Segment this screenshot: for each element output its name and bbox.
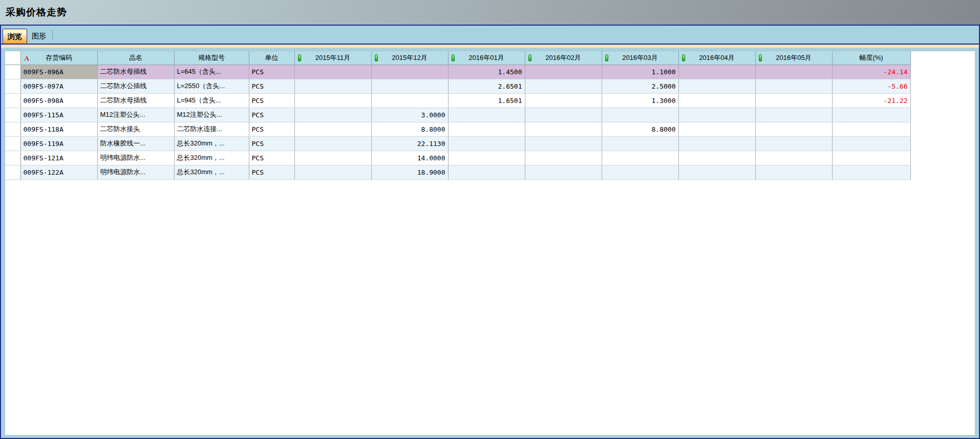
cell-spec[interactable]: M12注塑公头... [174,108,249,122]
cell-spec[interactable]: 二芯防水连接... [174,122,249,136]
cell-code[interactable]: 009FS-119A [20,136,97,151]
cell-name[interactable]: 二芯防水公插线 [97,79,174,93]
cell-spec[interactable]: L=645（含头... [174,65,249,79]
table-row[interactable]: 009FS-096A二芯防水母插线L=645（含头...PCS1.45001.1… [5,65,910,79]
cell-m201604[interactable] [678,108,755,122]
cell-m201605[interactable] [755,108,832,122]
cell-name[interactable]: 二芯防水接头 [97,122,174,136]
cell-m201602[interactable] [525,93,602,108]
cell-unit[interactable]: PCS [249,65,294,79]
cell-m201601[interactable] [448,108,525,122]
cell-m201602[interactable] [525,165,602,179]
table-row[interactable]: 009FS-115AM12注塑公头...M12注塑公头...PCS3.0000 [5,108,910,122]
tab-browse[interactable]: 浏览 [3,29,27,44]
cell-m201604[interactable] [678,136,755,151]
table-row[interactable]: 009FS-122A明纬电源防水...总长320mm，...PCS18.9000 [5,165,910,179]
cell-m201511[interactable] [294,108,371,122]
cell-m201511[interactable] [294,165,371,179]
table-row[interactable]: 009FS-097A二芯防水公插线L=2550（含头...PCS2.65012.… [5,79,910,93]
cell-m201603[interactable] [602,165,678,179]
cell-spec[interactable]: 总长320mm，... [174,151,249,165]
cell-m201602[interactable] [525,136,602,151]
cell-code[interactable]: 009FS-121A [20,151,97,165]
table-row[interactable]: 009FS-118A二芯防水接头二芯防水连接...PCS8.80008.8000 [5,122,910,136]
cell-m201511[interactable] [294,65,371,79]
cell-m201604[interactable] [678,79,755,93]
cell-m201512[interactable]: 18.9000 [371,165,448,179]
column-header-m201512[interactable]: 2015年12月 [371,51,448,65]
cell-m201602[interactable] [525,151,602,165]
cell-m201601[interactable] [448,165,525,179]
table-row[interactable]: 009FS-098A二芯防水母插线L=945（含头...PCS1.65011.3… [5,93,910,108]
row-indicator[interactable] [5,151,20,165]
column-header-m201604[interactable]: 2016年04月 [678,51,755,65]
cell-m201512[interactable]: 8.8000 [371,122,448,136]
table-row[interactable]: 009FS-121A明纬电源防水...总长320mm，...PCS14.0000 [5,151,910,165]
cell-m201604[interactable] [678,65,755,79]
cell-unit[interactable]: PCS [249,151,294,165]
row-indicator[interactable] [5,108,20,122]
cell-name[interactable]: 二芯防水母插线 [97,93,174,108]
column-header-m201601[interactable]: 2016年01月 [448,51,525,65]
cell-code[interactable]: 009FS-122A [20,165,97,179]
cell-unit[interactable]: PCS [249,93,294,108]
cell-m201512[interactable]: 14.0000 [371,151,448,165]
cell-m201604[interactable] [678,165,755,179]
row-indicator[interactable] [5,122,20,136]
cell-m201605[interactable] [755,151,832,165]
cell-m201604[interactable] [678,151,755,165]
cell-m201603[interactable] [602,151,678,165]
cell-rate[interactable]: -21.22 [832,93,910,108]
cell-spec[interactable]: L=2550（含头... [174,79,249,93]
cell-m201603[interactable]: 1.3000 [602,93,678,108]
cell-rate[interactable]: -5.66 [832,79,910,93]
cell-m201512[interactable] [371,79,448,93]
cell-m201511[interactable] [294,122,371,136]
cell-rate[interactable] [832,108,910,122]
cell-name[interactable]: M12注塑公头... [97,108,174,122]
row-indicator[interactable] [5,65,20,79]
column-header-m201602[interactable]: 2016年02月 [525,51,602,65]
table-row[interactable]: 009FS-119A防水橡胶线一...总长320mm，...PCS22.1130 [5,136,910,151]
cell-m201601[interactable]: 1.4500 [448,65,525,79]
cell-m201605[interactable] [755,165,832,179]
cell-m201605[interactable] [755,93,832,108]
cell-m201601[interactable]: 2.6501 [448,79,525,93]
cell-m201602[interactable] [525,65,602,79]
cell-rate[interactable] [832,122,910,136]
cell-spec[interactable]: 总长320mm，... [174,136,249,151]
cell-spec[interactable]: 总长320mm，... [174,165,249,179]
cell-m201603[interactable] [602,108,678,122]
cell-m201605[interactable] [755,122,832,136]
cell-m201603[interactable]: 1.1000 [602,65,678,79]
cell-m201512[interactable] [371,65,448,79]
cell-m201604[interactable] [678,122,755,136]
cell-code[interactable]: 009FS-118A [20,122,97,136]
row-indicator[interactable] [5,79,20,93]
cell-m201603[interactable] [602,136,678,151]
cell-rate[interactable] [832,165,910,179]
column-header-name[interactable]: 品名 [97,51,174,65]
cell-code[interactable]: 009FS-115A [20,108,97,122]
cell-code[interactable]: 009FS-098A [20,93,97,108]
cell-rate[interactable] [832,136,910,151]
cell-m201601[interactable] [448,136,525,151]
cell-name[interactable]: 防水橡胶线一... [97,136,174,151]
cell-unit[interactable]: PCS [249,122,294,136]
column-header-rate[interactable]: 幅度(%) [832,51,910,65]
cell-m201602[interactable] [525,79,602,93]
column-header-m201605[interactable]: 2016年05月 [755,51,832,65]
cell-m201601[interactable] [448,122,525,136]
cell-m201605[interactable] [755,65,832,79]
cell-m201602[interactable] [525,122,602,136]
cell-name[interactable]: 明纬电源防水... [97,151,174,165]
tab-graph[interactable]: 图形 [27,29,51,44]
cell-rate[interactable] [832,151,910,165]
cell-m201511[interactable] [294,79,371,93]
cell-spec[interactable]: L=945（含头... [174,93,249,108]
cell-unit[interactable]: PCS [249,165,294,179]
cell-m201512[interactable]: 22.1130 [371,136,448,151]
row-indicator[interactable] [5,165,20,179]
cell-m201603[interactable]: 8.8000 [602,122,678,136]
cell-m201601[interactable]: 1.6501 [448,93,525,108]
